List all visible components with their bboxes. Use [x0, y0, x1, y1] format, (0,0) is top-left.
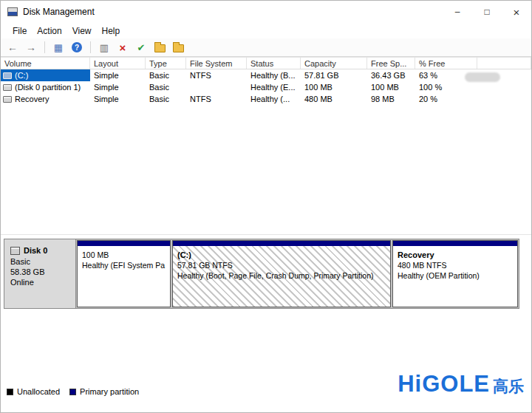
folder-search-icon — [173, 44, 184, 52]
mark-active-icon[interactable]: ✔ — [134, 41, 148, 54]
back-icon[interactable]: ← — [6, 41, 19, 54]
type-cell: Basic — [146, 69, 186, 81]
disk-type: Basic — [10, 256, 75, 267]
disk-icon — [10, 247, 20, 255]
status-cell: Healthy (... — [247, 93, 301, 105]
partition-name: (C:) — [177, 250, 390, 260]
delete-volume-icon[interactable]: × — [116, 41, 129, 54]
partition-color-bar — [393, 241, 517, 246]
window-title: Disk Management — [23, 7, 443, 17]
maximize-button[interactable]: □ — [472, 1, 502, 23]
free-cell: 36.43 GB — [367, 69, 415, 81]
partition-size: 57.81 GB NTFS — [177, 260, 390, 270]
minimize-button[interactable]: – — [443, 1, 472, 23]
legend-unallocated: Unallocated — [7, 387, 60, 396]
drive-icon — [3, 96, 12, 103]
column-volume[interactable]: Volume — [1, 58, 90, 69]
toolbar: ← → ▦ ? ▥ × ✔ — [1, 38, 531, 57]
layout-cell: Simple — [90, 69, 146, 81]
column-capacity[interactable]: Capacity — [301, 58, 367, 69]
volume-name: (C:) — [15, 69, 28, 81]
type-cell: Basic — [146, 93, 186, 105]
open-folder-icon[interactable] — [153, 41, 166, 54]
table-row-c[interactable]: (C:) Simple Basic NTFS Healthy (B... 57.… — [1, 69, 531, 81]
views-icon[interactable]: ▥ — [98, 41, 111, 54]
partition-status: Healthy (EFI System Pa — [82, 260, 170, 270]
column-pct-free[interactable]: % Free — [415, 58, 477, 69]
list-header: Volume Layout Type File System Status Ca… — [1, 57, 531, 69]
partition-name: Recovery — [398, 250, 517, 260]
toolbar-separator — [44, 41, 45, 53]
menu-action[interactable]: Action — [32, 24, 66, 38]
help-icon[interactable]: ? — [72, 42, 82, 52]
fs-cell: NTFS — [186, 93, 247, 105]
volume-name: Recovery — [15, 93, 49, 105]
folder-icon — [154, 44, 166, 52]
column-filler — [477, 58, 531, 69]
console-tree-icon[interactable]: ▦ — [52, 41, 65, 54]
window-controls: – □ × — [443, 1, 531, 23]
type-cell: Basic — [146, 81, 186, 93]
partition-status: Healthy (OEM Partition) — [398, 270, 517, 281]
menubar: File Action View Help — [1, 23, 531, 38]
legend: Unallocated Primary partition — [7, 387, 139, 396]
partition-color-bar — [173, 241, 390, 246]
disk-management-window: Disk Management – □ × File Action View H… — [0, 0, 532, 413]
menu-file[interactable]: File — [7, 24, 32, 38]
disk-0-panel[interactable]: Disk 0 Basic 58.38 GB Online — [4, 239, 76, 308]
partition-efi[interactable]: 100 MB Healthy (EFI System Pa — [77, 240, 171, 307]
app-icon — [7, 7, 18, 16]
column-free-space[interactable]: Free Sp... — [367, 58, 415, 69]
column-type[interactable]: Type — [146, 58, 186, 69]
free-cell: 100 MB — [367, 81, 415, 93]
blurred-text — [465, 72, 500, 82]
column-file-system[interactable]: File System — [186, 58, 247, 69]
partition-size: 100 MB — [82, 250, 170, 260]
pct-free-cell: 20 % — [415, 93, 477, 105]
layout-cell: Simple — [90, 81, 146, 93]
volume-cell-selected[interactable]: (C:) — [1, 69, 90, 81]
legend-primary-partition: Primary partition — [69, 387, 139, 396]
watermark-cjk: 高乐 — [493, 376, 524, 397]
status-cell: Healthy (E... — [247, 81, 301, 93]
titlebar: Disk Management – □ × — [1, 1, 531, 23]
legend-label: Unallocated — [17, 387, 60, 396]
fs-cell — [186, 81, 247, 93]
partition-recovery[interactable]: Recovery 480 MB NTFS Healthy (OEM Partit… — [392, 240, 518, 307]
drive-icon — [3, 72, 12, 79]
partition-status: Healthy (Boot, Page File, Crash Dump, Pr… — [177, 270, 390, 281]
unallocated-swatch — [7, 389, 13, 395]
fs-cell: NTFS — [186, 69, 247, 81]
volume-name: (Disk 0 partition 1) — [15, 81, 81, 93]
legend-label: Primary partition — [80, 387, 139, 396]
pct-free-cell: 100 % — [415, 81, 477, 93]
toolbar-separator — [90, 41, 91, 53]
partitions-strip: 100 MB Healthy (EFI System Pa (C:) 57.81… — [76, 239, 519, 308]
table-row-recovery[interactable]: Recovery Simple Basic NTFS Healthy (... … — [1, 93, 531, 105]
menu-view[interactable]: View — [67, 24, 97, 38]
primary-partition-swatch — [69, 389, 76, 395]
volume-cell[interactable]: (Disk 0 partition 1) — [1, 81, 90, 93]
layout-cell: Simple — [90, 93, 146, 105]
higole-watermark: HiGOLE 高乐 — [398, 371, 524, 397]
disk-size: 58.38 GB — [10, 267, 75, 277]
explore-folder-icon[interactable] — [171, 41, 185, 54]
volume-cell[interactable]: Recovery — [1, 93, 90, 105]
table-row-partition1[interactable]: (Disk 0 partition 1) Simple Basic Health… — [1, 81, 531, 93]
menu-help[interactable]: Help — [97, 24, 126, 38]
close-button[interactable]: × — [502, 1, 531, 23]
disk-status: Online — [10, 277, 75, 287]
status-cell: Healthy (B... — [247, 69, 301, 81]
free-cell: 98 MB — [367, 93, 415, 105]
disk-name: Disk 0 — [24, 246, 47, 255]
disk-0-row: Disk 0 Basic 58.38 GB Online 100 MB Heal… — [4, 239, 519, 309]
capacity-cell: 480 MB — [301, 93, 367, 105]
capacity-cell: 57.81 GB — [301, 69, 367, 81]
forward-icon[interactable]: → — [24, 41, 38, 54]
partition-size: 480 MB NTFS — [398, 260, 517, 270]
partition-c[interactable]: (C:) 57.81 GB NTFS Healthy (Boot, Page F… — [172, 240, 391, 307]
drive-icon — [3, 84, 12, 91]
column-layout[interactable]: Layout — [90, 58, 146, 69]
column-status[interactable]: Status — [247, 58, 301, 69]
capacity-cell: 100 MB — [301, 81, 367, 93]
